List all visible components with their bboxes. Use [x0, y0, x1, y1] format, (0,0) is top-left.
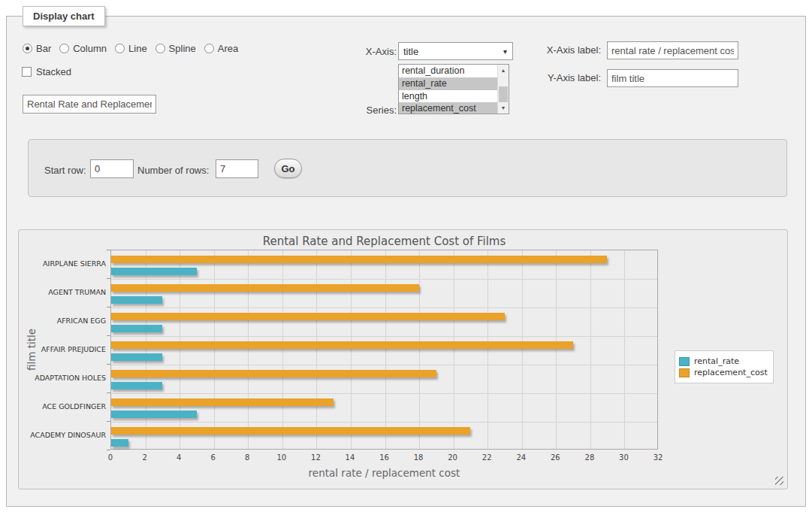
x-tick-label: 24 [510, 453, 533, 462]
gridline-vertical [522, 250, 523, 449]
bar-rental_rate-academy-dinosaur [111, 439, 128, 447]
chart-legend: rental_ratereplacement_cost [675, 350, 774, 383]
chart-type-area[interactable]: Area [204, 43, 238, 54]
y-tick-mark [107, 250, 110, 250]
category-label: AIRPLANE SIERRA [19, 259, 106, 268]
stacked-label: Stacked [36, 66, 71, 77]
gridline-horizontal [111, 365, 657, 365]
series-option-rental_duration[interactable]: rental_duration [399, 65, 509, 77]
stacked-checkbox[interactable] [22, 67, 32, 77]
bar-replacement_cost-ace-goldfinger [111, 398, 334, 406]
gridline-vertical [454, 250, 454, 449]
chart-title: Rental Rate and Replacement Cost of Film… [110, 235, 658, 248]
legend-label: replacement_cost [694, 368, 768, 377]
chart-type-line[interactable]: Line [115, 43, 147, 54]
series-listbox[interactable]: rental_durationrental_ratelengthreplacem… [398, 64, 509, 114]
go-button[interactable]: Go [274, 159, 302, 178]
radio-icon[interactable] [115, 44, 125, 53]
bar-rental_rate-airplane-sierra [111, 268, 197, 275]
bar-rental_rate-adaptation-holes [111, 382, 162, 389]
y-tick-mark [107, 421, 110, 422]
x-tick-label: 4 [168, 453, 190, 462]
x-tick-label: 2 [134, 453, 156, 462]
y-tick-mark [107, 450, 110, 450]
gridline-horizontal [111, 308, 657, 308]
chart-type-option-label: Line [128, 43, 147, 54]
gridline-vertical [214, 250, 215, 449]
y-tick-mark [107, 364, 110, 365]
chart-container: Rental Rate and Replacement Cost of Film… [18, 229, 788, 489]
stacked-checkbox-row[interactable]: Stacked [22, 66, 71, 77]
y-tick-mark [107, 278, 110, 279]
series-option-rental_rate[interactable]: rental_rate [399, 77, 509, 90]
chart-type-column[interactable]: Column [59, 43, 107, 54]
series-options: rental_durationrental_ratelengthreplacem… [399, 65, 509, 114]
gridline-vertical [419, 250, 420, 449]
legend-swatch-icon [679, 368, 690, 377]
bar-replacement_cost-affair-prejudice [111, 341, 573, 349]
x-tick-label: 10 [270, 453, 293, 462]
x-tick-label: 12 [304, 453, 327, 462]
row-range-panel: Start row: Number of rows: Go [28, 139, 787, 197]
scrollbar-thumb[interactable] [499, 86, 508, 102]
x-tick-label: 8 [236, 453, 258, 462]
radio-icon[interactable] [204, 44, 214, 53]
gridline-vertical [248, 250, 249, 449]
bar-replacement_cost-african-egg [111, 313, 505, 320]
gridline-vertical [351, 250, 352, 449]
gridline-vertical [316, 250, 317, 449]
x-tick-label: 6 [202, 453, 225, 462]
radio-icon[interactable] [155, 44, 165, 53]
chart-type-spline[interactable]: Spline [155, 43, 196, 54]
category-label: AGENT TRUMAN [19, 288, 106, 296]
bar-rental_rate-agent-truman [111, 296, 162, 304]
gridline-horizontal [111, 336, 657, 337]
gridline-vertical [146, 250, 146, 449]
x-tick-label: 32 [647, 453, 669, 462]
fieldset-legend: Display chart [23, 6, 105, 26]
y-tick-mark [107, 307, 110, 308]
legend-label: rental_rate [694, 356, 739, 366]
y-tick-mark [107, 335, 110, 336]
gridline-vertical [488, 250, 488, 449]
chart-type-option-label: Spline [169, 43, 196, 54]
listbox-scrollbar[interactable]: ▲ ▼ [497, 65, 509, 114]
chart-type-option-label: Area [218, 43, 238, 54]
radio-icon[interactable] [59, 44, 69, 53]
gridline-horizontal [111, 393, 657, 394]
bar-replacement_cost-airplane-sierra [111, 256, 607, 263]
bar-rental_rate-ace-goldfinger [111, 411, 197, 418]
x-tick-label: 0 [99, 453, 122, 462]
gridline-vertical [282, 250, 283, 449]
scrollbar-up-icon[interactable]: ▲ [498, 65, 509, 76]
legend-item-rental_rate: rental_rate [679, 356, 768, 366]
x-tick-label: 28 [578, 453, 601, 462]
gridline-vertical [624, 250, 625, 449]
series-option-length[interactable]: length [399, 90, 509, 103]
x-axis-selected-value: title [399, 46, 503, 57]
bar-replacement_cost-agent-truman [111, 284, 419, 292]
x-tick-label: 18 [407, 453, 430, 462]
series-listbox-label: Series: [337, 105, 397, 116]
chart-type-option-label: Bar [36, 43, 51, 54]
y-tick-mark [107, 392, 110, 393]
x-axis-select[interactable]: title ▾ [398, 42, 513, 60]
radio-icon[interactable] [23, 44, 32, 53]
num-rows-input[interactable] [216, 159, 258, 178]
series-option-replacement_cost[interactable]: replacement_cost [399, 102, 509, 114]
x-axis-label-input[interactable] [607, 41, 738, 59]
chart-type-bar[interactable]: Bar [23, 43, 51, 54]
x-axis-select-label: X-Axis: [337, 46, 397, 57]
bar-rental_rate-african-egg [111, 325, 162, 332]
gridline-vertical [590, 250, 591, 449]
start-row-input[interactable] [90, 159, 134, 178]
resize-grip-icon[interactable] [775, 477, 783, 485]
chevron-down-icon: ▾ [503, 47, 512, 56]
y-axis-label-input[interactable] [607, 69, 738, 87]
scrollbar-down-icon[interactable]: ▼ [498, 102, 509, 114]
x-tick-label: 20 [442, 453, 464, 462]
chart-title-input[interactable] [23, 95, 156, 114]
x-tick-label: 14 [339, 453, 361, 462]
plot-area [110, 250, 658, 450]
chart-type-option-label: Column [73, 43, 107, 54]
